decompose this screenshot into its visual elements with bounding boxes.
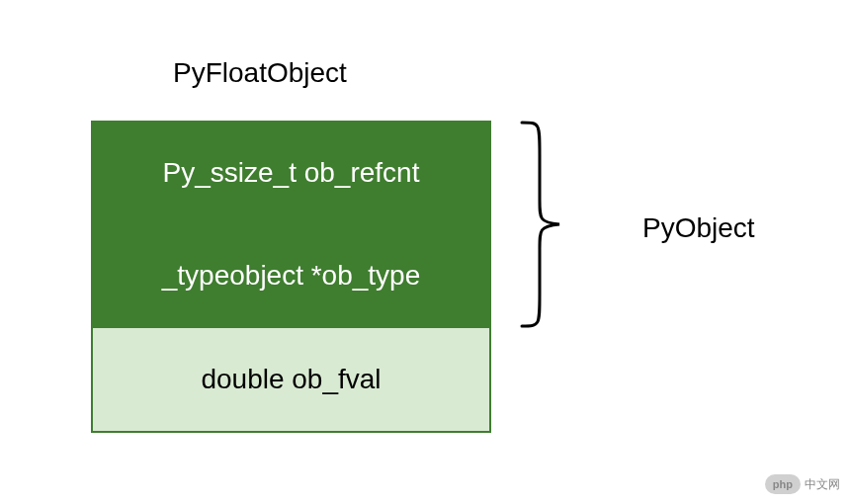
struct-row-type: _typeobject *ob_type: [93, 225, 489, 328]
watermark-badge: php: [765, 474, 801, 494]
diagram-title: PyFloatObject: [173, 57, 347, 89]
struct-row-refcnt: Py_ssize_t ob_refcnt: [93, 123, 489, 225]
group-label-pyobject: PyObject: [642, 212, 755, 244]
curly-brace-icon: [512, 121, 571, 328]
struct-table: Py_ssize_t ob_refcnt _typeobject *ob_typ…: [91, 121, 491, 433]
watermark: php 中文网: [765, 474, 840, 494]
struct-row-fval: double ob_fval: [93, 328, 489, 431]
watermark-text: 中文网: [805, 476, 840, 493]
